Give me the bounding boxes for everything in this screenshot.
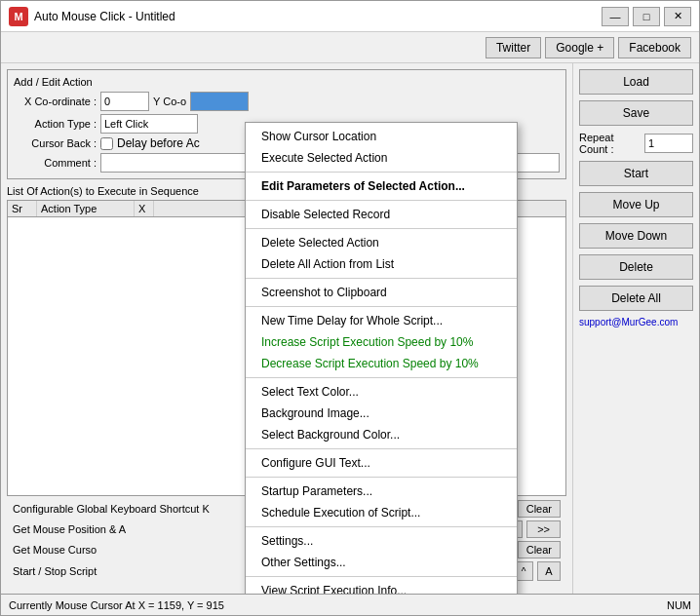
menu-item-settings[interactable]: Settings... <box>246 530 517 552</box>
facebook-button[interactable]: Facebook <box>618 37 691 58</box>
menu-separator <box>246 477 517 478</box>
menu-separator <box>246 576 517 577</box>
menu-item-delete-all[interactable]: Delete All Action from List <box>246 253 517 275</box>
next-mouse-pos-button[interactable]: >> <box>526 520 561 538</box>
add-edit-label: Add / Edit Action <box>14 76 560 88</box>
load-button[interactable]: Load <box>579 69 693 95</box>
cursor-back-checkbox[interactable] <box>100 137 113 150</box>
menu-item-configure-gui[interactable]: Configure GUI Text... <box>246 452 517 474</box>
x-input[interactable] <box>100 92 149 111</box>
menu-separator <box>246 377 517 378</box>
x-label: X Co-ordinate : <box>14 96 97 107</box>
repeat-input[interactable] <box>644 134 693 153</box>
google-plus-button[interactable]: Google + <box>545 37 614 58</box>
move-up-button[interactable]: Move Up <box>579 192 693 217</box>
menu-item-increase-speed[interactable]: Increase Script Execution Speed by 10% <box>246 331 517 353</box>
menu-item-show-cursor[interactable]: Show Cursor Location <box>246 126 517 147</box>
menu-separator <box>246 448 517 449</box>
menu-separator <box>246 200 517 201</box>
menu-item-disable-selected[interactable]: Disable Selected Record <box>246 204 517 225</box>
status-num: NUM <box>667 599 691 611</box>
window-controls: — □ ✕ <box>602 7 691 26</box>
move-down-button[interactable]: Move Down <box>579 223 693 249</box>
start-button[interactable]: Start <box>579 161 693 186</box>
menu-item-other-settings[interactable]: Other Settings... <box>246 552 517 573</box>
col-action: Action Type <box>37 201 135 216</box>
menu-item-select-text-color[interactable]: Select Text Color... <box>246 381 517 403</box>
app-icon: M <box>9 7 28 26</box>
mouse-cursor-label: Get Mouse Curso <box>13 544 97 556</box>
main-content: Add / Edit Action X Co-ordinate : Y Co-o… <box>1 63 699 594</box>
repeat-row: Repeat Count : <box>579 132 693 155</box>
repeat-label: Repeat Count : <box>579 132 641 155</box>
status-text: Currently Mouse Cursor At X = 1159, Y = … <box>9 599 224 611</box>
menu-item-select-bg-color[interactable]: Select Background Color... <box>246 424 517 445</box>
action-type-input[interactable] <box>100 114 198 134</box>
context-menu: Show Cursor LocationExecute Selected Act… <box>245 122 518 594</box>
main-window: M Auto Mouse Click - Untitled — □ ✕ Twit… <box>0 0 700 616</box>
status-bar: Currently Mouse Cursor At X = 1159, Y = … <box>1 594 699 615</box>
menu-item-edit-params[interactable]: Edit Parameters of Selected Action... <box>246 175 517 197</box>
delay-label: Delay before Ac <box>117 136 200 150</box>
menu-item-delete-selected[interactable]: Delete Selected Action <box>246 232 517 253</box>
comment-label: Comment : <box>14 157 97 169</box>
save-button[interactable]: Save <box>579 100 693 126</box>
menu-separator <box>246 278 517 279</box>
close-button[interactable]: ✕ <box>664 7 691 26</box>
maximize-button[interactable]: □ <box>633 7 660 26</box>
coordinate-row: X Co-ordinate : Y Co-o <box>14 92 560 111</box>
minimize-button[interactable]: — <box>602 7 629 26</box>
delete-button[interactable]: Delete <box>579 254 693 280</box>
keyboard-label: Configurable Global Keyboard Shortcut K <box>13 503 210 515</box>
clear-keyboard-button[interactable]: Clear <box>518 500 561 518</box>
mouse-pos-label: Get Mouse Position & A <box>13 523 126 535</box>
menu-separator <box>246 306 517 307</box>
menu-item-startup-params[interactable]: Startup Parameters... <box>246 481 517 502</box>
start-stop-label: Start / Stop Script <box>13 565 97 577</box>
twitter-button[interactable]: Twitter <box>486 37 541 58</box>
menu-separator <box>246 172 517 173</box>
col-sr: Sr <box>8 201 37 216</box>
action-type-label: Action Type : <box>14 118 97 130</box>
delete-all-button[interactable]: Delete All <box>579 286 693 311</box>
y-label: Y Co-o <box>153 96 186 107</box>
menu-item-background-image[interactable]: Background Image... <box>246 403 517 424</box>
toolbar: Twitter Google + Facebook <box>1 32 699 63</box>
support-email[interactable]: support@MurGee.com <box>579 317 693 327</box>
col-x: X <box>135 201 154 216</box>
right-panel: Load Save Repeat Count : Start Move Up M… <box>572 63 699 594</box>
menu-item-decrease-speed[interactable]: Decrease Script Execution Speed by 10% <box>246 353 517 374</box>
menu-item-screenshot[interactable]: Screenshot to Clipboard <box>246 282 517 303</box>
menu-separator <box>246 228 517 229</box>
menu-item-new-time-delay[interactable]: New Time Delay for Whole Script... <box>246 310 517 331</box>
menu-item-view-execution-info[interactable]: View Script Execution Info... <box>246 580 517 594</box>
window-title: Auto Mouse Click - Untitled <box>34 10 602 23</box>
cursor-back-label: Cursor Back : <box>14 137 97 149</box>
menu-item-execute-selected[interactable]: Execute Selected Action <box>246 147 517 169</box>
title-bar: M Auto Mouse Click - Untitled — □ ✕ <box>1 1 699 32</box>
letter-button[interactable]: A <box>537 561 561 581</box>
clear-mouse-cursor-button[interactable]: Clear <box>518 541 561 558</box>
menu-item-schedule[interactable]: Schedule Execution of Script... <box>246 502 517 523</box>
menu-separator <box>246 526 517 527</box>
